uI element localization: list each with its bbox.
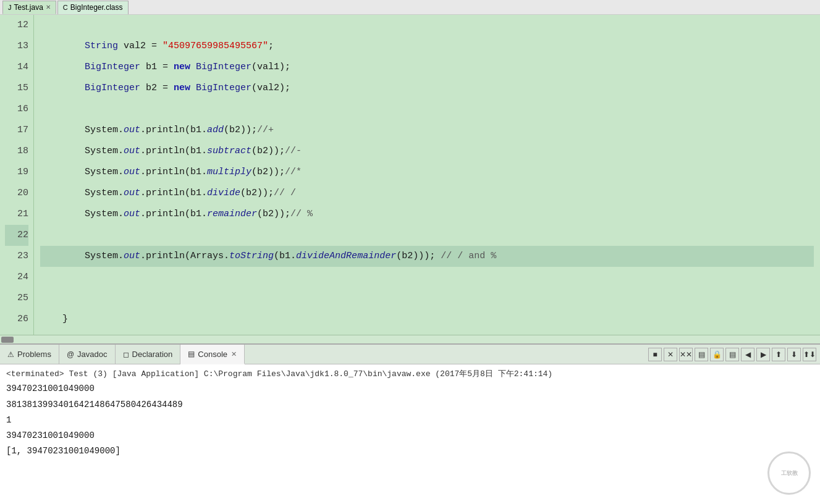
tab-javadoc[interactable]: @ Javadoc bbox=[59, 345, 116, 364]
tab-javadoc-label: Javadoc bbox=[77, 350, 107, 359]
console-output-line-4: 39470231001049000 bbox=[6, 428, 814, 443]
tab-problems-label: Problems bbox=[17, 350, 51, 359]
toolbar-copy-btn[interactable]: ⬆ bbox=[772, 348, 785, 361]
toolbar-stop-btn[interactable]: ■ bbox=[648, 348, 662, 361]
console-icon: ▤ bbox=[188, 350, 195, 358]
toolbar-new-console-btn[interactable]: ▤ bbox=[695, 348, 708, 361]
class-file-icon: C bbox=[63, 4, 68, 11]
toolbar-paste-btn[interactable]: ⬇ bbox=[787, 348, 801, 361]
tab-test-java[interactable]: J Test.java ✕ bbox=[2, 1, 56, 14]
scrollbar-thumb[interactable] bbox=[1, 337, 14, 343]
javadoc-icon: @ bbox=[67, 350, 74, 359]
tab-console[interactable]: ▤ Console ✕ bbox=[180, 345, 245, 364]
watermark-circle: 工软教 bbox=[767, 452, 811, 495]
toolbar-close-btn[interactable]: ✕ bbox=[664, 348, 677, 361]
horizontal-scrollbar[interactable] bbox=[0, 335, 820, 343]
toolbar-next-btn[interactable]: ▶ bbox=[756, 348, 770, 361]
tab-declaration[interactable]: ◻ Declaration bbox=[116, 345, 181, 364]
code-lines[interactable]: String val2 = "45097659985495567"; BigIn… bbox=[34, 15, 820, 335]
problems-icon: ⚠ bbox=[7, 350, 14, 359]
console-output-line-2: 38138139934016421486475804264​34489 bbox=[6, 397, 814, 413]
code-content-area: 12 13 14 15 16 17 18 19 20 21 22 23 24 2… bbox=[0, 15, 820, 335]
toolbar-display-btn[interactable]: ▤ bbox=[725, 348, 739, 361]
console-toolbar: ■ ✕ ✕✕ ▤ 🔒 ▤ ◀ ▶ ⬆ ⬇ ⬆⬇ bbox=[245, 345, 820, 364]
tab-problems[interactable]: ⚠ Problems bbox=[0, 345, 59, 364]
tab-biginteger-class[interactable]: C BigInteger.class bbox=[57, 1, 129, 14]
console-close-icon[interactable]: ✕ bbox=[231, 350, 237, 358]
editor-tab-bar: J Test.java ✕ C BigInteger.class bbox=[0, 0, 820, 15]
tab-test-java-modified: ✕ bbox=[46, 4, 51, 10]
toolbar-pin-btn[interactable]: 🔒 bbox=[710, 348, 724, 361]
console-output-line-5: [1, 39470231001049000] bbox=[6, 443, 814, 459]
tab-console-label: Console bbox=[198, 350, 227, 359]
console-output-line-1: 39470231001049000 bbox=[6, 381, 814, 397]
watermark: 工软教 bbox=[764, 448, 814, 498]
declaration-icon: ◻ bbox=[123, 350, 129, 359]
java-file-icon: J bbox=[8, 4, 12, 11]
console-output-line-3: 1 bbox=[6, 413, 814, 428]
console-output[interactable]: <terminated> Test (3) [Java Application]… bbox=[0, 364, 820, 504]
tab-test-java-label: Test.java bbox=[14, 3, 43, 12]
bottom-tab-bar: ⚠ Problems @ Javadoc ◻ Declaration ▤ Con… bbox=[0, 345, 820, 364]
console-terminated-line: <terminated> Test (3) [Java Application]… bbox=[6, 367, 814, 381]
toolbar-prev-btn[interactable]: ◀ bbox=[741, 348, 754, 361]
tab-biginteger-class-label: BigInteger.class bbox=[70, 3, 123, 12]
line-numbers: 12 13 14 15 16 17 18 19 20 21 22 23 24 2… bbox=[0, 15, 34, 335]
tab-declaration-label: Declaration bbox=[132, 350, 173, 359]
bottom-panel: ⚠ Problems @ Javadoc ◻ Declaration ▤ Con… bbox=[0, 343, 820, 504]
toolbar-scroll-btn[interactable]: ⬆⬇ bbox=[803, 348, 816, 361]
code-editor: 12 13 14 15 16 17 18 19 20 21 22 23 24 2… bbox=[0, 15, 820, 343]
toolbar-close-all-btn[interactable]: ✕✕ bbox=[679, 348, 693, 361]
